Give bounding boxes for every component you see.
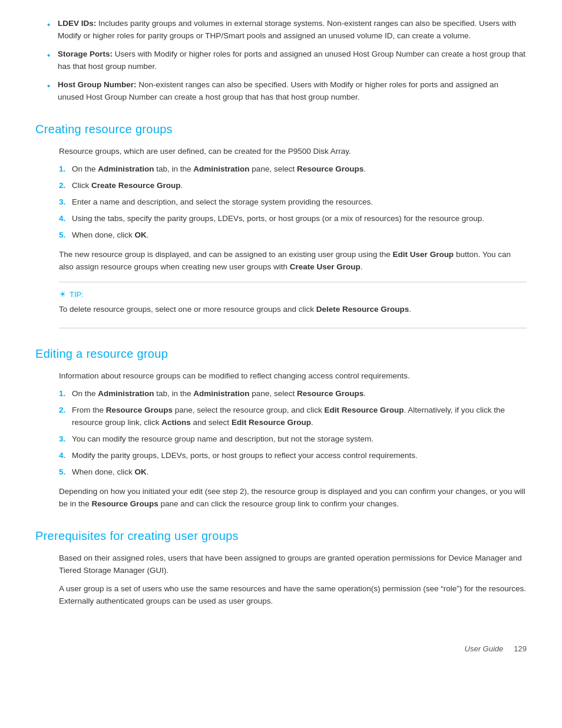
footer-label: User Guide — [465, 643, 504, 655]
bullet-storage-ports: Storage Ports: Users with Modify or high… — [47, 48, 527, 73]
creating-step-4-text: Using the tabs, specify the parity group… — [72, 213, 527, 225]
creating-step-4-num: 4. — [59, 213, 72, 225]
creating-step-2: 2. Click Create Resource Group. — [59, 180, 527, 192]
creating-after-steps: The new resource group is displayed, and… — [59, 249, 527, 274]
editing-step-5-num: 5. — [59, 466, 72, 479]
editing-intro: Information about resource groups can be… — [59, 370, 527, 383]
creating-step-5-num: 5. — [59, 229, 72, 242]
intro-bullet-list: LDEV IDs: Includes parity groups and vol… — [47, 18, 527, 104]
editing-section-title: Editing a resource group — [35, 345, 527, 363]
creating-step-5-text: When done, click OK. — [72, 229, 527, 242]
creating-step-2-num: 2. — [59, 180, 72, 192]
creating-step-3: 3. Enter a name and description, and sel… — [59, 196, 527, 209]
editing-step-3: 3. You can modify the resource group nam… — [59, 433, 527, 446]
editing-step-2-num: 2. — [59, 404, 72, 429]
creating-step-1-num: 1. — [59, 163, 72, 176]
bullet-ldev-text: LDEV IDs: Includes parity groups and vol… — [58, 19, 516, 40]
bullet-ldev: LDEV IDs: Includes parity groups and vol… — [47, 18, 527, 42]
creating-steps-list: 1. On the Administration tab, in the Adm… — [59, 163, 527, 242]
creating-step-3-text: Enter a name and description, and select… — [72, 196, 527, 209]
bullet-storage-ports-text: Storage Ports: Users with Modify or high… — [58, 50, 525, 71]
creating-step-1: 1. On the Administration tab, in the Adm… — [59, 163, 527, 176]
editing-step-1-num: 1. — [59, 388, 72, 400]
editing-step-2-text: From the Resource Groups pane, select th… — [72, 404, 527, 429]
sun-icon: ☀ — [59, 288, 67, 301]
page-footer: User Guide 129 — [35, 643, 527, 655]
editing-step-2: 2. From the Resource Groups pane, select… — [59, 404, 527, 429]
editing-step-3-text: You can modify the resource group name a… — [72, 433, 527, 446]
editing-step-1-text: On the Administration tab, in the Admini… — [72, 388, 527, 400]
creating-intro: Resource groups, which are user defined,… — [59, 146, 527, 158]
prerequisites-section-title: Prerequisites for creating user groups — [35, 527, 527, 545]
prerequisites-para1: Based on their assigned roles, users tha… — [59, 552, 527, 577]
editing-steps-list: 1. On the Administration tab, in the Adm… — [59, 388, 527, 479]
prerequisites-para2: A user group is a set of users who use t… — [59, 583, 527, 608]
tip-label: ☀ TIP: — [59, 288, 527, 301]
prerequisites-section-body: Based on their assigned roles, users tha… — [59, 552, 527, 608]
footer-page-number: 129 — [514, 643, 527, 655]
tip-text: To delete resource groups, select one or… — [59, 304, 527, 316]
bullet-host-group-text: Host Group Number: Non-existent ranges c… — [58, 80, 498, 101]
creating-section-body: Resource groups, which are user defined,… — [59, 146, 527, 328]
editing-after-steps: Depending on how you initiated your edit… — [59, 486, 527, 510]
creating-step-5: 5. When done, click OK. — [59, 229, 527, 242]
creating-step-3-num: 3. — [59, 196, 72, 209]
bullet-host-group: Host Group Number: Non-existent ranges c… — [47, 79, 527, 104]
editing-section-body: Information about resource groups can be… — [59, 370, 527, 510]
editing-step-1: 1. On the Administration tab, in the Adm… — [59, 388, 527, 400]
editing-step-5-text: When done, click OK. — [72, 466, 527, 479]
creating-step-4: 4. Using the tabs, specify the parity gr… — [59, 213, 527, 225]
tip-label-text: TIP: — [70, 289, 84, 301]
editing-step-4-text: Modify the parity groups, LDEVs, ports, … — [72, 450, 527, 462]
editing-step-3-num: 3. — [59, 433, 72, 446]
editing-step-5: 5. When done, click OK. — [59, 466, 527, 479]
editing-step-4: 4. Modify the parity groups, LDEVs, port… — [59, 450, 527, 462]
tip-box: ☀ TIP: To delete resource groups, select… — [59, 282, 527, 328]
editing-step-4-num: 4. — [59, 450, 72, 462]
creating-section-title: Creating resource groups — [35, 120, 527, 139]
creating-step-1-text: On the Administration tab, in the Admini… — [72, 163, 527, 176]
creating-step-2-text: Click Create Resource Group. — [72, 180, 527, 192]
